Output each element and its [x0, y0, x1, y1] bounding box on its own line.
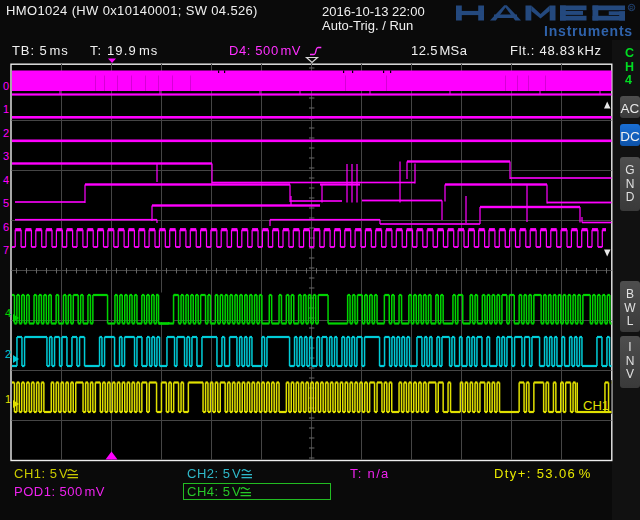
svg-text:1: 1 — [5, 393, 11, 405]
svg-text:2: 2 — [3, 127, 9, 139]
svg-text:4: 4 — [3, 174, 9, 186]
svg-text:0: 0 — [3, 80, 9, 92]
svg-text:2: 2 — [5, 348, 11, 360]
svg-text:5: 5 — [3, 197, 9, 209]
svg-text:1: 1 — [3, 103, 9, 115]
svg-text:3: 3 — [3, 150, 9, 162]
svg-text:6: 6 — [3, 221, 9, 233]
svg-text:CH1: CH1 — [583, 398, 609, 413]
svg-text:4: 4 — [5, 307, 11, 319]
svg-text:7: 7 — [3, 244, 9, 256]
svg-text:R: R — [630, 5, 634, 11]
